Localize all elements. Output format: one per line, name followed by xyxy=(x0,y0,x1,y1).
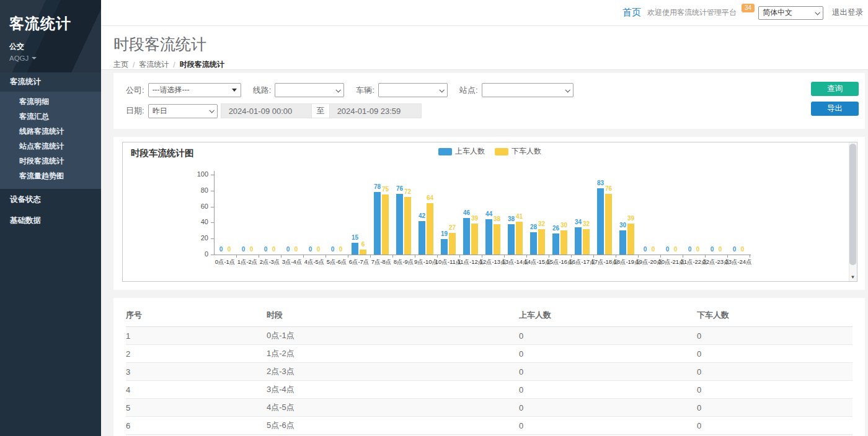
cell-alighting: 0 xyxy=(697,417,852,435)
line-select[interactable] xyxy=(275,83,344,97)
breadcrumb-home[interactable]: 主页 xyxy=(113,59,128,70)
bar-value-label: 39 xyxy=(467,215,482,222)
x-tick xyxy=(571,255,572,258)
x-tick xyxy=(705,255,706,258)
company-select[interactable]: ---请选择--- xyxy=(148,83,241,97)
topbar: 首页 欢迎使用客流统计管理平台 34 简体中文 退出登录 xyxy=(101,0,868,26)
account-dropdown[interactable]: AQGJ xyxy=(9,54,101,62)
x-tick xyxy=(683,255,683,258)
bar-value-label: 32 xyxy=(578,220,594,227)
x-tick xyxy=(236,255,237,258)
cell-boarding: 0 xyxy=(519,381,697,399)
cell-index: 1 xyxy=(126,327,267,345)
bar-alighting xyxy=(560,230,567,255)
cell-alighting: 0 xyxy=(697,363,852,381)
bar-value-label: 0 xyxy=(645,246,661,253)
bar-alighting xyxy=(360,250,366,255)
y-tick xyxy=(211,191,214,191)
logout-link[interactable]: 退出登录 xyxy=(832,7,863,18)
chart-panel: 时段车流统计图 上车人数 下车人数 ▼ 0204060801000点-1点001… xyxy=(113,137,865,290)
sidebar-item-base-data[interactable]: 基础数据 xyxy=(0,210,101,231)
table-row: 4 3点-4点 0 0 xyxy=(126,381,852,399)
cell-index: 4 xyxy=(126,381,267,399)
station-select[interactable] xyxy=(482,83,574,97)
table-header-row: 序号 时段 上车人数 下车人数 xyxy=(126,304,852,327)
bar-boarding xyxy=(575,227,582,255)
y-tick-label: 20 xyxy=(186,234,208,242)
x-tick xyxy=(727,255,728,258)
sidebar-item-line-stats[interactable]: 线路客流统计 xyxy=(0,124,101,139)
bar-alighting xyxy=(404,197,411,255)
bar-alighting xyxy=(627,224,634,255)
scroll-down-icon[interactable]: ▼ xyxy=(849,274,856,280)
chart-scrollbar[interactable]: ▼ xyxy=(849,142,857,281)
export-button[interactable]: 导出 xyxy=(811,102,859,116)
x-tick xyxy=(549,255,549,258)
date-preset-select[interactable]: 昨日 xyxy=(148,104,218,118)
cell-alighting: 0 xyxy=(697,381,852,399)
breadcrumb-separator: / xyxy=(173,61,175,69)
y-tick xyxy=(211,255,214,255)
sidebar-item-trend-chart[interactable]: 客流量趋势图 xyxy=(0,168,101,183)
cell-boarding: 0 xyxy=(519,363,697,381)
x-tick xyxy=(437,255,438,258)
sidebar-item-passenger-detail[interactable]: 客流明细 xyxy=(0,94,101,109)
sidebar-item-passenger-stats[interactable]: 客流统计 xyxy=(0,72,101,92)
page-heading: 时段客流统计 主页 / 客流统计 / 时段客流统计 xyxy=(101,26,868,70)
chart-scrollbar-thumb[interactable] xyxy=(849,144,856,265)
date-label: 日期: xyxy=(126,105,144,116)
cell-boarding: 0 xyxy=(519,417,697,435)
bar-value-label: 64 xyxy=(422,194,438,201)
x-tick xyxy=(259,255,259,258)
bar-alighting xyxy=(427,203,433,255)
y-tick-label: 60 xyxy=(186,203,208,210)
date-to-label: 至 xyxy=(312,103,329,118)
bar-alighting xyxy=(538,229,545,255)
page-title: 时段客流统计 xyxy=(113,34,868,54)
legend-item-boarding: 上车人数 xyxy=(438,146,485,157)
cell-alighting: 0 xyxy=(697,345,852,363)
sidebar-item-station-stats[interactable]: 站点客流统计 xyxy=(0,139,101,154)
cell-index: 6 xyxy=(126,417,267,435)
breadcrumb-passenger-stats[interactable]: 客流统计 xyxy=(139,59,169,70)
x-tick xyxy=(281,255,281,258)
sidebar-item-passenger-summary[interactable]: 客流汇总 xyxy=(0,109,101,124)
x-tick xyxy=(459,255,460,258)
x-tick xyxy=(526,255,527,258)
home-link[interactable]: 首页 xyxy=(622,7,641,19)
company-name: 公交 xyxy=(9,41,101,52)
x-tick xyxy=(303,255,304,258)
chart-legend: 上车人数 下车人数 xyxy=(438,146,541,157)
bar-value-label: 0 xyxy=(668,246,683,253)
y-axis-line xyxy=(214,171,215,255)
y-tick-label: 100 xyxy=(186,170,208,178)
language-select[interactable]: 简体中文 xyxy=(758,6,823,20)
bar-value-label: 0 xyxy=(311,246,326,253)
y-tick xyxy=(211,207,214,207)
brand-block: 客流统计 公交 AQGJ xyxy=(0,0,101,72)
sidebar-item-period-stats[interactable]: 时段客流统计 xyxy=(0,154,101,168)
col-header-index: 序号 xyxy=(126,304,267,327)
cell-period: 4点-5点 xyxy=(267,399,519,417)
y-tick xyxy=(211,238,214,239)
bar-alighting xyxy=(605,194,612,255)
sidebar-submenu: 客流明细 客流汇总 线路客流统计 站点客流统计 时段客流统计 客流量趋势图 xyxy=(0,92,101,189)
y-tick xyxy=(211,175,214,175)
legend-swatch-alighting xyxy=(495,148,508,155)
x-axis-line xyxy=(214,255,751,255)
chevron-down-icon xyxy=(815,10,820,15)
bar-boarding xyxy=(463,218,470,255)
y-tick xyxy=(211,222,214,223)
sidebar-item-device-status[interactable]: 设备状态 xyxy=(0,189,101,210)
chart-canvas: 时段车流统计图 上车人数 下车人数 ▼ 0204060801000点-1点001… xyxy=(122,142,857,282)
vehicle-select[interactable] xyxy=(378,83,448,97)
bar-boarding xyxy=(552,233,559,255)
bar-alighting xyxy=(516,222,523,255)
welcome-text: 欢迎使用客流统计管理平台 xyxy=(647,7,737,18)
bar-boarding xyxy=(530,232,537,255)
date-to-input[interactable]: 2024-01-09 23:59 xyxy=(329,103,422,118)
chevron-down-icon xyxy=(336,87,341,92)
bar-boarding xyxy=(441,239,448,255)
date-from-input[interactable]: 2024-01-09 00:00 xyxy=(221,103,312,118)
query-button[interactable]: 查询 xyxy=(811,82,859,96)
